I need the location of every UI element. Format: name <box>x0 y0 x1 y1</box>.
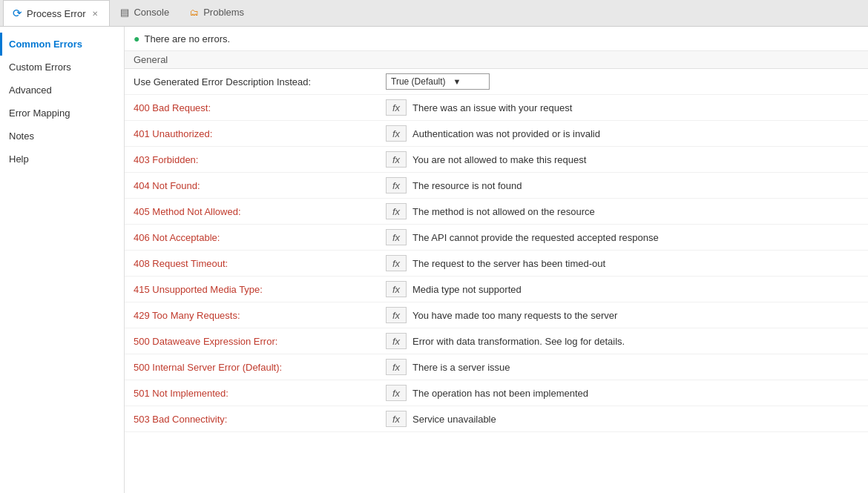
error-value: There was an issue with your request <box>410 101 859 115</box>
error-value: The resource is not found <box>410 179 859 193</box>
error-code-label: 500 Dataweave Expression Error: <box>134 336 386 347</box>
sidebar-help-label: Help <box>9 153 29 165</box>
fx-button[interactable]: fx <box>386 359 407 375</box>
table-row: 500 Dataweave Expression Error: fx Error… <box>125 328 868 354</box>
table-row: 415 Unsupported Media Type: fx Media typ… <box>125 277 868 302</box>
error-code-label: 400 Bad Request: <box>134 102 386 113</box>
tab-problems[interactable]: 🗂 Problems <box>180 0 254 26</box>
error-code-label: 401 Unauthorized: <box>134 128 386 139</box>
sidebar-item-notes[interactable]: Notes <box>0 125 124 148</box>
error-code-label: 500 Internal Server Error (Default): <box>134 362 386 373</box>
error-value: Error with data transformation. See log … <box>410 334 859 348</box>
status-bar: ● There are no errors. <box>125 27 868 51</box>
status-text: There are no errors. <box>144 33 230 44</box>
error-value: The operation has not been implemented <box>410 386 859 400</box>
tab-problems-label: Problems <box>203 7 244 18</box>
table-row: 401 Unauthorized: fx Authentication was … <box>125 121 868 147</box>
fx-button[interactable]: fx <box>386 411 407 427</box>
fx-button[interactable]: fx <box>386 177 407 193</box>
sidebar: Common Errors Custom Errors Advanced Err… <box>0 27 125 493</box>
problems-icon: 🗂 <box>190 7 199 18</box>
error-value: The API cannot provide the requested acc… <box>410 231 859 245</box>
sidebar-item-advanced[interactable]: Advanced <box>0 79 124 102</box>
generated-error-select[interactable]: True (Default) ▼ <box>386 73 490 90</box>
table-row: 408 Request Timeout: fx The request to t… <box>125 251 868 277</box>
error-value: You have made too many requests to the s… <box>410 308 859 322</box>
error-value: Authentication was not provided or is in… <box>410 127 859 141</box>
fx-button[interactable]: fx <box>386 333 407 349</box>
tab-process-error-label: Process Error <box>27 8 85 19</box>
section-label: General <box>134 54 168 65</box>
generated-error-row: Use Generated Error Description Instead:… <box>125 69 868 95</box>
tab-console[interactable]: ▤ Console <box>110 0 180 26</box>
sidebar-custom-errors-label: Custom Errors <box>9 62 71 73</box>
table-row: 405 Method Not Allowed: fx The method is… <box>125 199 868 225</box>
sidebar-notes-label: Notes <box>9 130 34 142</box>
table-row: 429 Too Many Requests: fx You have made … <box>125 302 868 328</box>
error-code-label: 406 Not Acceptable: <box>134 232 386 243</box>
tab-bar: ⟳ Process Error ✕ ▤ Console 🗂 Problems <box>0 0 868 27</box>
generated-error-value: True (Default) <box>391 76 446 87</box>
table-row: 403 Forbidden: fx You are not allowed to… <box>125 147 868 173</box>
table-row: 503 Bad Connectivity: fx Service unavail… <box>125 406 868 432</box>
sidebar-item-custom-errors[interactable]: Custom Errors <box>0 56 124 79</box>
sidebar-item-help[interactable]: Help <box>0 148 124 171</box>
sidebar-item-error-mapping[interactable]: Error Mapping <box>0 102 124 125</box>
table-row: 400 Bad Request: fx There was an issue w… <box>125 95 868 121</box>
error-code-label: 404 Not Found: <box>134 180 386 191</box>
tab-console-label: Console <box>134 7 169 18</box>
error-rows-container: 400 Bad Request: fx There was an issue w… <box>125 95 868 432</box>
status-icon: ● <box>134 33 139 44</box>
fx-button[interactable]: fx <box>386 255 407 271</box>
table-row: 501 Not Implemented: fx The operation ha… <box>125 380 868 406</box>
tab-process-error[interactable]: ⟳ Process Error ✕ <box>3 0 110 26</box>
sidebar-error-mapping-label: Error Mapping <box>9 107 70 119</box>
fx-button[interactable]: fx <box>386 99 407 116</box>
sidebar-common-errors-label: Common Errors <box>9 39 82 50</box>
process-error-icon: ⟳ <box>13 7 22 20</box>
fx-button[interactable]: fx <box>386 151 407 168</box>
table-row: 500 Internal Server Error (Default): fx … <box>125 354 868 380</box>
tab-close-button[interactable]: ✕ <box>90 8 100 19</box>
error-code-label: 429 Too Many Requests: <box>134 310 386 321</box>
sidebar-item-common-errors[interactable]: Common Errors <box>0 33 124 56</box>
error-value: There is a server issue <box>410 360 859 374</box>
error-code-label: 403 Forbidden: <box>134 154 386 165</box>
fx-button[interactable]: fx <box>386 385 407 401</box>
error-value: The request to the server has been timed… <box>410 257 859 271</box>
fx-button[interactable]: fx <box>386 203 407 219</box>
error-code-label: 405 Method Not Allowed: <box>134 206 386 217</box>
sidebar-advanced-label: Advanced <box>9 85 52 96</box>
fx-button[interactable]: fx <box>386 281 407 297</box>
error-value: The method is not allowed on the resourc… <box>410 205 859 219</box>
fx-button[interactable]: fx <box>386 307 407 323</box>
main-panel: ● There are no errors. General Use Gener… <box>125 27 868 493</box>
error-value: You are not allowed to make this request <box>410 153 859 167</box>
section-header: General <box>125 51 868 69</box>
table-row: 404 Not Found: fx The resource is not fo… <box>125 173 868 199</box>
error-code-label: 503 Bad Connectivity: <box>134 414 386 425</box>
error-value: Media type not supported <box>410 282 859 297</box>
generated-error-label: Use Generated Error Description Instead: <box>134 76 386 87</box>
error-code-label: 501 Not Implemented: <box>134 388 386 399</box>
fx-button[interactable]: fx <box>386 125 407 142</box>
table-row: 406 Not Acceptable: fx The API cannot pr… <box>125 225 868 251</box>
fx-button[interactable]: fx <box>386 229 407 245</box>
error-value: Service unavailable <box>410 412 859 426</box>
form-content: Use Generated Error Description Instead:… <box>125 69 868 493</box>
console-icon: ▤ <box>120 7 129 18</box>
error-code-label: 408 Request Timeout: <box>134 258 386 269</box>
error-code-label: 415 Unsupported Media Type: <box>134 284 386 295</box>
chevron-down-icon: ▼ <box>453 77 461 86</box>
content-area: Common Errors Custom Errors Advanced Err… <box>0 27 868 493</box>
